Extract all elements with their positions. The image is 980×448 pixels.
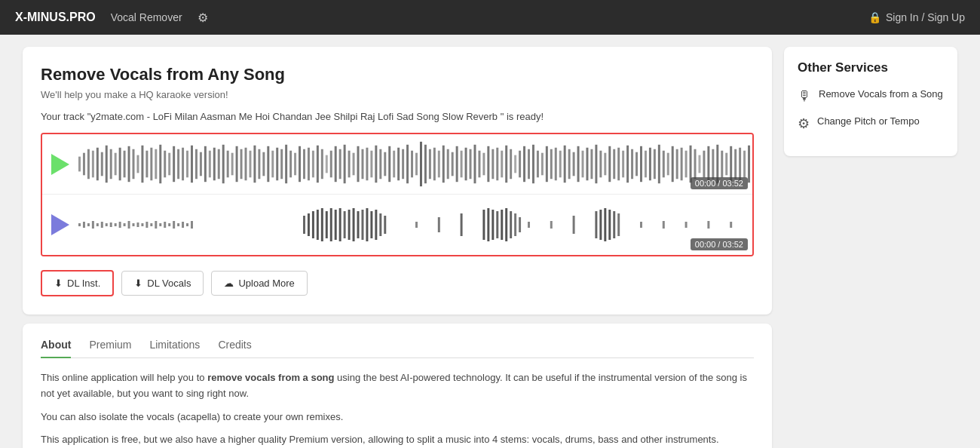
svg-rect-15 <box>145 151 148 178</box>
svg-rect-74 <box>411 151 413 178</box>
svg-rect-207 <box>528 222 530 228</box>
svg-rect-14 <box>141 146 143 183</box>
svg-rect-160 <box>124 223 126 226</box>
svg-rect-169 <box>164 222 166 228</box>
svg-rect-60 <box>348 151 351 178</box>
tab-credits[interactable]: Credits <box>218 339 251 358</box>
svg-rect-103 <box>541 153 544 176</box>
svg-rect-115 <box>595 145 597 183</box>
svg-rect-52 <box>312 151 314 178</box>
svg-rect-190 <box>366 208 368 241</box>
svg-rect-62 <box>357 146 360 182</box>
play-instrumental-button[interactable] <box>42 134 78 194</box>
svg-rect-9 <box>119 148 121 180</box>
svg-rect-12 <box>133 149 135 180</box>
svg-rect-188 <box>357 211 360 238</box>
svg-rect-23 <box>182 148 184 180</box>
svg-rect-186 <box>348 210 351 240</box>
svg-rect-195 <box>415 222 418 228</box>
svg-rect-205 <box>514 213 516 236</box>
upload-more-button[interactable]: ☁ Upload More <box>211 271 307 296</box>
svg-rect-203 <box>505 208 507 241</box>
svg-rect-39 <box>253 146 256 183</box>
svg-rect-123 <box>631 149 633 180</box>
sidebar-item-pitch-tempo[interactable]: ⚙ Change Pitch or Tempo <box>798 115 944 132</box>
svg-rect-97 <box>514 155 516 173</box>
about-tabs-row: About Premium Limitations Credits <box>41 339 754 358</box>
svg-rect-183 <box>335 210 337 240</box>
svg-rect-17 <box>155 149 157 180</box>
sidebar-item-remove-vocals[interactable]: 🎙 Remove Vocals from a Song <box>798 87 944 104</box>
svg-rect-79 <box>433 148 436 180</box>
svg-rect-3 <box>92 151 94 178</box>
svg-rect-110 <box>573 152 575 176</box>
svg-rect-68 <box>384 152 386 176</box>
svg-rect-174 <box>186 223 188 226</box>
about-text: This online application will help you to… <box>41 370 754 448</box>
svg-rect-28 <box>204 146 207 182</box>
svg-rect-96 <box>510 149 512 180</box>
svg-rect-204 <box>510 211 512 238</box>
svg-rect-127 <box>649 148 651 180</box>
svg-rect-182 <box>330 208 332 241</box>
dl-vocals-button[interactable]: ⬇ DL Vocals <box>121 271 204 296</box>
svg-rect-2 <box>87 149 90 180</box>
svg-rect-168 <box>159 223 161 226</box>
tab-about[interactable]: About <box>41 339 71 358</box>
play-vocals-button[interactable] <box>42 195 78 255</box>
svg-rect-187 <box>353 208 355 241</box>
svg-rect-119 <box>613 149 615 180</box>
svg-rect-125 <box>640 146 642 182</box>
settings-icon[interactable]: ⚙ <box>198 11 208 25</box>
svg-rect-90 <box>482 153 485 176</box>
svg-rect-198 <box>482 210 485 240</box>
waveform-svg-bottom <box>78 195 752 255</box>
dl-inst-button[interactable]: ⬇ DL Inst. <box>41 270 114 296</box>
svg-rect-135 <box>685 151 688 178</box>
about-paragraph-3: This application is free, but we also ha… <box>41 432 754 448</box>
svg-rect-102 <box>537 151 539 178</box>
play-blue-icon <box>51 214 69 235</box>
svg-rect-104 <box>546 146 548 182</box>
download-vocals-icon: ⬇ <box>134 278 142 289</box>
svg-rect-51 <box>308 148 310 180</box>
svg-rect-64 <box>366 148 368 180</box>
svg-rect-137 <box>694 149 697 180</box>
svg-rect-83 <box>452 152 454 176</box>
upload-icon: ☁ <box>224 278 234 289</box>
upload-more-label: Upload More <box>238 278 294 289</box>
play-green-icon <box>51 154 69 175</box>
svg-rect-10 <box>124 151 126 178</box>
svg-rect-36 <box>240 149 243 180</box>
svg-rect-86 <box>465 148 467 180</box>
svg-rect-20 <box>168 153 170 176</box>
tab-premium[interactable]: Premium <box>89 339 131 358</box>
svg-rect-109 <box>568 149 571 180</box>
svg-rect-130 <box>663 151 665 178</box>
svg-rect-59 <box>344 145 346 183</box>
svg-rect-4 <box>96 148 99 180</box>
svg-rect-81 <box>443 146 445 183</box>
svg-rect-34 <box>231 153 234 176</box>
svg-rect-154 <box>96 223 99 226</box>
sign-in-label[interactable]: Sign In / Sign Up <box>886 11 965 23</box>
svg-rect-193 <box>379 213 381 236</box>
svg-rect-11 <box>128 146 130 182</box>
svg-rect-200 <box>492 210 494 240</box>
sign-in-area[interactable]: 🔒 Sign In / Sign Up <box>868 11 965 23</box>
lock-icon: 🔒 <box>868 11 881 23</box>
svg-rect-122 <box>626 146 629 183</box>
svg-rect-49 <box>299 146 301 182</box>
svg-rect-105 <box>550 149 553 180</box>
svg-rect-141 <box>712 149 714 180</box>
svg-rect-155 <box>101 222 103 228</box>
svg-rect-129 <box>658 145 660 183</box>
sidebar-item-label-remove-vocals: Remove Vocals from a Song <box>819 87 943 101</box>
sidebar: Other Services 🎙 Remove Vocals from a So… <box>784 47 957 448</box>
svg-rect-43 <box>271 151 274 178</box>
vocal-remover-nav[interactable]: Vocal Remover <box>111 11 182 23</box>
svg-rect-24 <box>186 151 188 178</box>
svg-rect-194 <box>384 216 386 234</box>
svg-rect-5 <box>101 152 103 176</box>
tab-limitations[interactable]: Limitations <box>149 339 200 358</box>
